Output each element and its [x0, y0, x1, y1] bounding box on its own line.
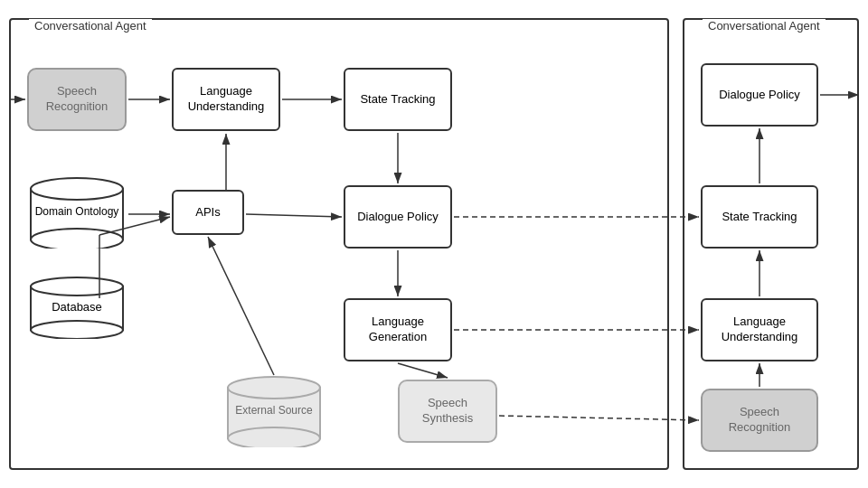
speech-recognition-right: Speech Recognition	[701, 389, 818, 452]
state-tracking-left: State Tracking	[344, 68, 452, 131]
left-box-title: Conversational Agent	[29, 19, 152, 33]
database: Database	[27, 276, 127, 339]
apis: APIs	[172, 190, 244, 235]
external-source: External Source	[224, 375, 324, 447]
domain-ontology: Domain Ontology	[27, 176, 127, 249]
language-understanding-right: Language Understanding	[701, 298, 818, 361]
state-tracking-right: State Tracking	[701, 185, 818, 249]
svg-point-2	[31, 229, 123, 249]
speech-recognition-left: Speech Recognition	[27, 68, 127, 131]
svg-point-4	[31, 277, 123, 296]
language-generation: Language Generation	[344, 298, 452, 361]
speech-synthesis: Speech Synthesis	[398, 380, 497, 443]
dialogue-policy-right: Dialogue Policy	[701, 63, 818, 127]
svg-point-7	[228, 377, 320, 399]
right-box-title: Conversational Agent	[703, 19, 826, 33]
svg-point-8	[228, 427, 320, 447]
language-understanding: Language Understanding	[172, 68, 280, 131]
dialogue-policy-left: Dialogue Policy	[344, 185, 452, 249]
diagram: Conversational Agent Conversational Agen…	[0, 0, 868, 488]
svg-point-1	[31, 178, 123, 200]
svg-point-5	[31, 321, 123, 339]
